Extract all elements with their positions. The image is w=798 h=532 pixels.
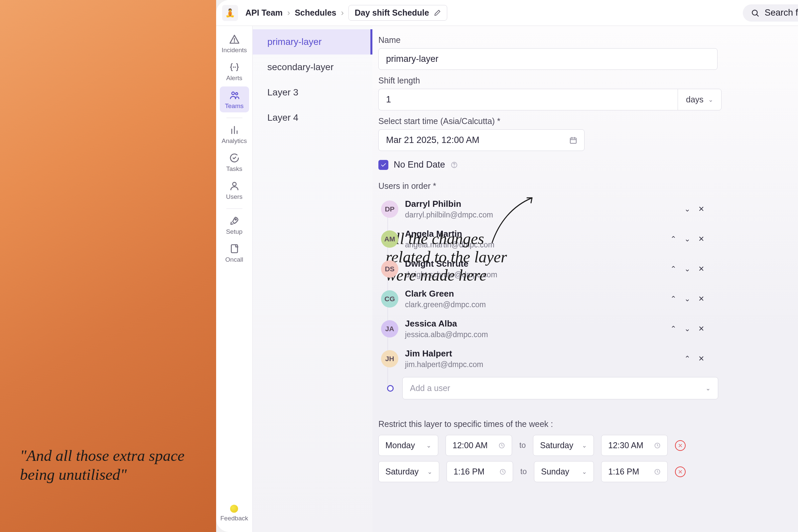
restrict-time-to-input[interactable]: 1:16 PM [601,461,668,482]
close-icon [678,443,683,448]
chevron-down-icon: ⌄ [582,442,587,449]
nav-feedback[interactable]: Feedback [221,505,248,522]
svg-point-7 [235,219,236,220]
restrict-day-from-select[interactable]: Saturday⌄ [378,461,439,482]
nav-incidents[interactable]: Incidents [220,31,249,57]
restrict-day-from-select[interactable]: Monday⌄ [378,435,438,456]
layer-name-input[interactable] [378,48,718,70]
user-text: Darryl Philbindarryl.philbiln@dmpc.com [405,199,684,220]
user-row: CGClark Greenclark.green@dmpc.com⌃⌄✕ [381,284,724,314]
nav-oncall[interactable]: Oncall [220,240,249,266]
move-down-icon[interactable]: ⌄ [684,235,690,243]
avatar: CG [381,290,398,307]
nav-setup[interactable]: Setup [220,212,249,238]
shift-unit-value: days [686,95,704,104]
check-icon [380,162,387,168]
nav-analytics[interactable]: Analytics [220,121,249,147]
remove-user-icon[interactable]: ✕ [698,235,704,243]
no-end-date-checkbox[interactable] [378,160,388,170]
calendar-icon [569,136,577,144]
nav-label: Teams [225,102,244,110]
restrict-label: Restrict this layer to specific times of… [378,419,798,429]
nav-label: Analytics [222,137,247,145]
shift-length-label: Shift length [378,76,798,86]
user-email: jessica.alba@dmpc.com [405,330,670,339]
refresh-check-icon [229,153,240,163]
move-down-icon[interactable]: ⌄ [684,265,690,273]
layer-item-secondary[interactable]: secondary-layer [253,55,373,80]
layer-item-primary[interactable]: primary-layer [253,29,373,55]
start-time-input[interactable] [378,129,585,151]
user-text: Angela Martinangela.martin@dmpc.com [405,229,670,249]
move-up-icon[interactable]: ⌃ [684,355,690,363]
remove-user-icon[interactable]: ✕ [698,355,704,363]
restrict-time-from-input[interactable]: 1:16 PM [446,461,513,482]
chevron-right-icon: › [341,8,343,18]
restrict-to-word: to [520,467,527,476]
user-row: JAJessica Albajessica.alba@dmpc.com⌃⌄✕ [381,314,724,344]
nav-label: Incidents [222,46,247,54]
restrict-time-to-input[interactable]: 12:30 AM [601,435,668,456]
nav-label: Tasks [226,165,242,173]
nav-label: Users [226,193,243,201]
user-row: DPDarryl Philbindarryl.philbiln@dmpc.com… [381,194,724,224]
user-actions: ⌃⌄✕ [670,265,704,273]
add-user-select[interactable]: Add a user⌄ [402,377,718,399]
layer-item-4[interactable]: Layer 4 [253,105,373,130]
move-down-icon[interactable]: ⌄ [684,205,690,213]
move-up-icon[interactable]: ⌃ [670,235,676,243]
nav-label: Oncall [225,256,243,263]
remove-user-icon[interactable]: ✕ [698,294,704,303]
chevron-right-icon: › [287,8,290,18]
app-shell: 🧘 API Team › Schedules › Day shift Sched… [216,0,798,532]
restrict-row: Monday⌄12:00 AMtoSaturday⌄12:30 AM [378,435,798,456]
breadcrumb-schedule-name: Day shift Schedule [355,8,429,18]
move-up-icon[interactable]: ⌃ [670,294,676,303]
chevron-down-icon: ⌄ [426,442,431,449]
user-icon [229,180,240,191]
help-circle-icon[interactable] [451,161,458,169]
nav-teams[interactable]: Teams [220,87,249,112]
svg-point-3 [235,67,235,67]
breadcrumb-schedules[interactable]: Schedules [294,8,336,18]
move-down-icon[interactable]: ⌄ [684,324,690,333]
remove-user-icon[interactable]: ✕ [698,205,704,213]
app-logo[interactable]: 🧘 [222,5,238,21]
svg-point-5 [235,93,238,95]
add-user-ring-icon [387,385,394,392]
clock-icon [499,469,506,475]
shift-unit-select[interactable]: days ⌄ [678,89,722,110]
avatar: AM [381,230,398,248]
layer-item-3[interactable]: Layer 3 [253,80,373,105]
remove-user-icon[interactable]: ✕ [698,265,704,273]
nav-tasks[interactable]: Tasks [220,149,249,175]
breadcrumb-schedule-pill[interactable]: Day shift Schedule [348,5,448,21]
close-icon [678,469,683,474]
move-down-icon[interactable]: ⌄ [684,294,690,303]
user-email: clark.green@dmpc.com [405,300,670,309]
restrict-time-from-input[interactable]: 12:00 AM [445,435,512,456]
nav-alerts[interactable]: Alerts [220,58,249,84]
move-up-icon[interactable]: ⌃ [670,324,676,333]
user-text: Dwight Schrutedwight.schrute@dmpc.com [405,259,670,279]
restrict-delete-button[interactable] [675,440,686,451]
user-name: Angela Martin [405,229,670,239]
vertical-nav: Incidents Alerts Teams Analytics Tasks [216,26,253,532]
search-input[interactable]: Search f [743,4,798,22]
clock-icon [498,442,505,449]
move-up-icon[interactable]: ⌃ [670,265,676,273]
remove-user-icon[interactable]: ✕ [698,324,704,333]
nav-label: Alerts [226,75,242,82]
shift-length-input[interactable] [378,89,678,110]
restrict-rows: Monday⌄12:00 AMtoSaturday⌄12:30 AMSaturd… [378,435,798,482]
nav-users[interactable]: Users [220,177,249,203]
restrict-day-to-select[interactable]: Sunday⌄ [534,461,594,482]
start-time-label: Select start time (Asia/Calcutta) * [378,116,798,126]
restrict-delete-button[interactable] [675,467,686,477]
restrict-day-to-select[interactable]: Saturday⌄ [533,435,594,456]
nav-divider [226,118,242,118]
breadcrumb-team[interactable]: API Team [245,8,283,18]
svg-point-6 [232,182,236,186]
svg-point-4 [232,92,234,95]
layer-list-panel: primary-layer secondary-layer Layer 3 La… [253,26,373,532]
